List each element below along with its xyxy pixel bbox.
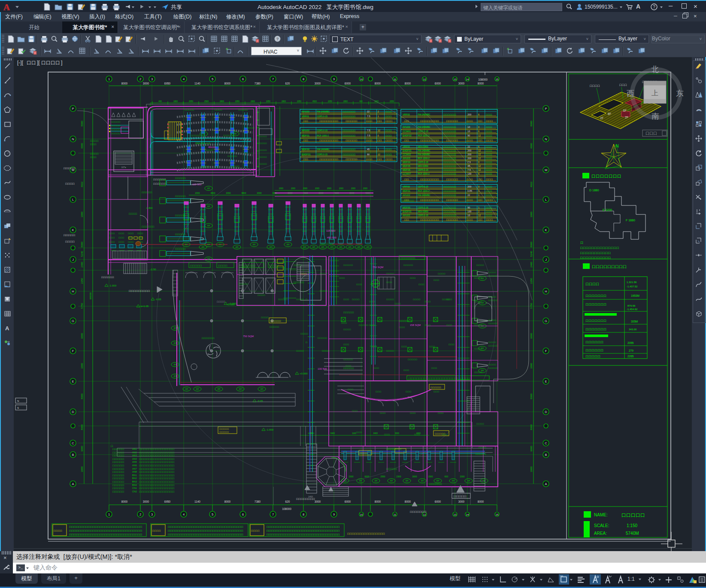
svg-text:MDF00: MDF00 (403, 206, 410, 209)
svg-text:口口口口口口口口口口口口口口口口口口口口口口口口口口口口口口: 口口口口口口口口口口口口口口口口口口口口口口口口口口口口口口口 (69, 525, 142, 528)
svg-text:口口口口口口: 口口口口口口 (443, 210, 456, 213)
svg-text:5240: 5240 (81, 251, 83, 257)
svg-text:AH: AH (483, 480, 485, 482)
svg-text:口口口口口: 口口口口口 (112, 464, 124, 467)
svg-text:2000: 2000 (315, 187, 320, 190)
svg-text:口口口口: 口口口口 (217, 300, 225, 303)
svg-text:7380: 7380 (255, 500, 261, 503)
svg-text:2000: 2000 (363, 187, 368, 190)
svg-text:口口口口口: 口口口口口 (270, 326, 279, 328)
svg-text:2400: 2400 (530, 262, 533, 268)
svg-text:口口口口口口口口口口口口口口口口口口口口口口口口口口口口口口: 口口口口口口口口口口口口口口口口口口口口口口口口口口口口口口口 (69, 529, 142, 532)
svg-text:1140: 1140 (194, 500, 200, 503)
svg-text:-1,437.52: -1,437.52 (627, 285, 638, 288)
svg-text:口口口口: 口口口口 (476, 423, 484, 425)
svg-text:口口口: 口口口 (395, 303, 401, 305)
svg-text:5750: 5750 (81, 303, 83, 309)
svg-text:口口口: 口口口 (386, 281, 392, 283)
svg-text:k=1.05: k=1.05 (141, 305, 149, 308)
svg-text:AH: AH (330, 246, 333, 248)
svg-text:3000: 3000 (395, 432, 400, 434)
svg-text:口口口: 口口口 (109, 232, 115, 235)
svg-text:-1.000: -1.000 (109, 284, 117, 287)
svg-text:E: E (72, 380, 74, 383)
svg-text:口口口口口: 口口口口口 (219, 428, 229, 430)
svg-text:口: 口 (580, 241, 583, 244)
svg-text:8000: 8000 (405, 500, 411, 503)
svg-text:CDF5.0-15: CDF5.0-15 (418, 161, 428, 163)
svg-text:AHU03: AHU03 (403, 157, 410, 160)
svg-text:14: 14 (466, 513, 469, 516)
svg-text:口口口: 口口口 (356, 283, 362, 286)
svg-text:口口口口: 口口口口 (343, 329, 351, 331)
svg-text:CCW07: CCW07 (403, 172, 411, 175)
svg-text:0: 0 (378, 134, 379, 137)
svg-text:AH: AH (236, 246, 238, 248)
svg-text:8000: 8000 (81, 393, 83, 399)
svg-text:AN8: AN8 (132, 470, 137, 473)
svg-text:口口口口口口口口: 口口口口口口口口 (420, 199, 439, 202)
svg-text:2300: 2300 (460, 475, 464, 478)
svg-text:口口口: 口口口 (137, 232, 143, 235)
svg-text:口口口口口: 口口口口口 (112, 461, 124, 464)
svg-text:3000: 3000 (458, 82, 465, 85)
svg-text:口口口口口口口: 口口口口口口口 (400, 256, 415, 259)
svg-text:14: 14 (466, 78, 469, 81)
svg-text:6950: 6950 (164, 82, 171, 85)
svg-text:2000: 2000 (303, 187, 308, 190)
svg-text:AH: AH (312, 246, 315, 248)
svg-text:5: 5 (212, 513, 213, 516)
svg-text:口口口口口口口口口口口口口口口: 口口口口口口口口口口口口口口口 (139, 454, 175, 457)
svg-text:AH: AH (207, 258, 210, 260)
svg-text:口口口口口口口口口口口口口口口口口口口口口口口口口口口口口口: 口口口口口口口口口口口口口口口口口口口口口口口口口口口口口口口口 (168, 529, 243, 532)
svg-text:D 1880: D 1880 (589, 189, 599, 192)
svg-text:口口: 口口 (377, 139, 382, 142)
svg-text:口口口: 口口口 (90, 143, 97, 146)
svg-text:AN1: AN1 (132, 448, 137, 450)
svg-text:12: 12 (423, 513, 426, 516)
svg-text:口口口: 口口口 (467, 199, 473, 202)
svg-text:AN6: AN6 (132, 464, 137, 467)
svg-text:FW-240WBC: FW-240WBC (418, 194, 430, 196)
svg-text:CDF5.0-15: CDF5.0-15 (317, 153, 328, 156)
svg-text:口口口口: 口口口口 (488, 271, 496, 274)
svg-text:口口口口口口: 口口口口口口 (443, 161, 456, 164)
svg-text:305M: 305M (631, 320, 638, 323)
svg-text:口口口口口: 口口口口口 (345, 139, 358, 142)
svg-text:AH: AH (436, 480, 439, 482)
svg-text:F: F (72, 349, 74, 353)
svg-text:口口口口口口口口口口口口口口口口口口口口口口口口口口口口口口: 口口口口口口口口口口口口口口口口口口口口口口口口口口口口口口口口 (168, 533, 243, 536)
svg-text:口口口口口: 口口口口口 (488, 275, 498, 277)
svg-text:口口口口: 口口口口 (320, 273, 327, 275)
svg-text:3000: 3000 (530, 466, 533, 472)
svg-text:口口口口口: 口口口口口 (270, 320, 281, 323)
svg-text:口口口口: 口口口口 (474, 277, 482, 279)
svg-text:口口口口口口: 口口口口口口 (401, 199, 414, 202)
svg-text:口口口口口口: 口口口口口口 (142, 225, 155, 228)
svg-text:5750: 5750 (530, 303, 533, 309)
svg-text:600: 600 (445, 475, 448, 478)
svg-text:南: 南 (651, 112, 659, 121)
svg-text:8000: 8000 (530, 393, 533, 399)
svg-text:VRF00: VRF00 (403, 113, 410, 116)
svg-text:8000: 8000 (81, 121, 83, 127)
svg-text:12: 12 (478, 157, 481, 160)
svg-text:口口口口: 口口口口 (386, 273, 394, 275)
svg-text:EADF01: EADF01 (403, 210, 412, 213)
svg-text:MDV-D450: MDV-D450 (418, 145, 428, 148)
svg-text:口口口口口口: 口口口口口口 (443, 206, 456, 209)
svg-text:1: 1 (478, 206, 479, 209)
svg-text:口口口: 口口口 (486, 206, 492, 209)
svg-text:5740M: 5740M (626, 531, 639, 536)
svg-text:AH: AH (406, 480, 408, 482)
svg-text:口口口: 口口口 (385, 139, 393, 142)
svg-text:口口口口口口口口口口口口口口口: 口口口口口口口口口口口口口口口 (139, 464, 175, 467)
svg-text:6000: 6000 (364, 475, 369, 478)
svg-text:CN1: CN1 (132, 487, 137, 489)
svg-text:口口口口口: 口口口口口 (112, 474, 124, 477)
svg-text:口口口口: 口口口口 (90, 152, 99, 155)
svg-text:AH: AH (390, 480, 393, 482)
svg-text:口口口口: 口口口口 (474, 324, 482, 326)
svg-text:口口口口: 口口口口 (488, 364, 496, 366)
svg-text:MDV-D450: MDV-D450 (418, 165, 428, 167)
